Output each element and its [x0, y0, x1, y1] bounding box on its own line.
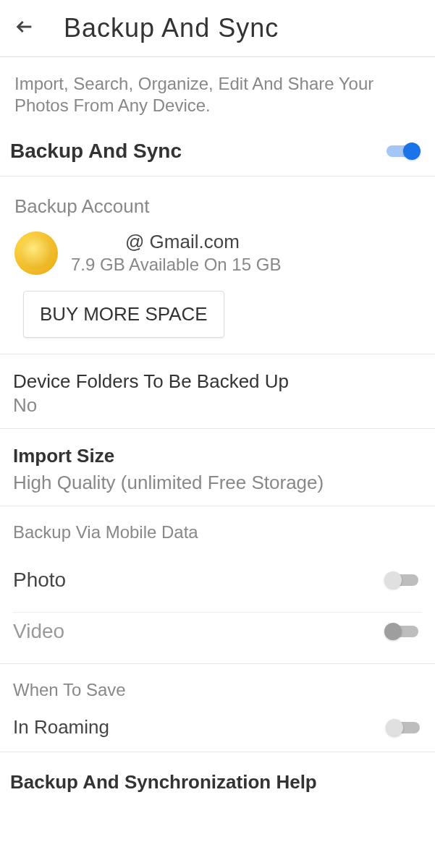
account-storage: 7.9 GB Available On 15 GB — [71, 255, 421, 275]
description-text: Import, Search, Organize, Edit And Share… — [0, 57, 435, 125]
when-to-save-section: When To Save In Roaming — [0, 663, 435, 752]
account-email: @ Gmail.com — [125, 231, 421, 253]
mobile-data-title: Backup Via Mobile Data — [13, 522, 422, 542]
app-header: Backup And Sync — [0, 0, 435, 57]
video-toggle-row[interactable]: Video — [13, 613, 422, 663]
arrow-left-icon — [14, 17, 35, 37]
help-section[interactable]: Backup And Synchronization Help — [0, 752, 435, 807]
account-row[interactable]: @ Gmail.com 7.9 GB Available On 15 GB — [14, 231, 421, 275]
mobile-data-section: Backup Via Mobile Data Photo Video — [0, 506, 435, 663]
roaming-label: In Roaming — [13, 716, 109, 739]
photo-toggle-row[interactable]: Photo — [13, 561, 422, 613]
device-folders-value: No — [13, 394, 422, 417]
video-label: Video — [13, 620, 64, 643]
import-size-setting[interactable]: Import Size High Quality (unlimited Free… — [0, 429, 435, 506]
backup-sync-toggle-row[interactable]: Backup And Sync — [0, 125, 435, 176]
backup-sync-label: Backup And Sync — [10, 140, 182, 163]
import-size-value: High Quality (unlimited Free Storage) — [13, 472, 422, 494]
page-title: Backup And Sync — [64, 13, 279, 43]
video-toggle[interactable] — [384, 623, 421, 640]
backup-account-title: Backup Account — [14, 195, 421, 218]
account-avatar — [14, 231, 58, 275]
backup-sync-toggle[interactable] — [384, 142, 421, 160]
import-size-title: Import Size — [13, 445, 422, 467]
backup-account-section: Backup Account @ Gmail.com 7.9 GB Availa… — [0, 176, 435, 354]
photo-toggle[interactable] — [384, 571, 421, 589]
back-button[interactable] — [14, 17, 35, 40]
device-folders-setting[interactable]: Device Folders To Be Backed Up No — [0, 354, 435, 429]
roaming-toggle[interactable] — [386, 719, 422, 736]
help-title: Backup And Synchronization Help — [10, 771, 422, 793]
roaming-toggle-row[interactable]: In Roaming — [13, 716, 422, 739]
photo-label: Photo — [13, 569, 66, 592]
device-folders-title: Device Folders To Be Backed Up — [13, 370, 422, 393]
when-to-save-title: When To Save — [13, 680, 422, 700]
buy-space-button[interactable]: BUY MORE SPACE — [23, 291, 224, 338]
